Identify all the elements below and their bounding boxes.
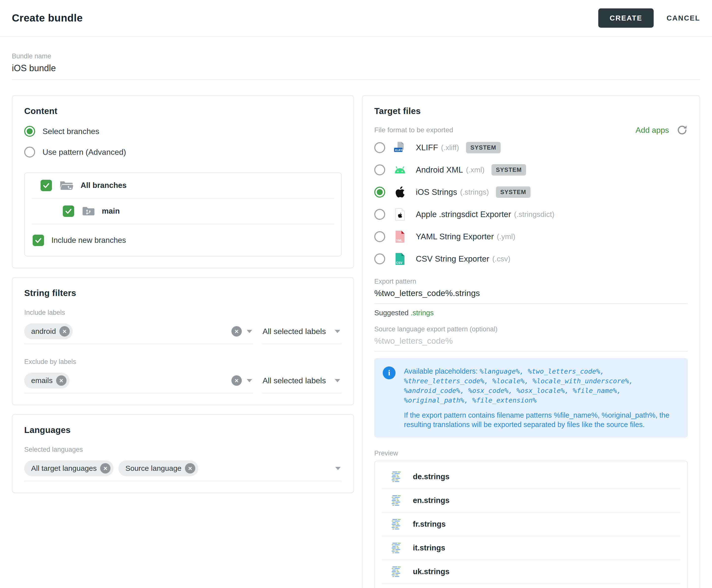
format-ext: (.xml): [466, 166, 484, 174]
check-icon: [34, 236, 43, 245]
bundle-name-field: Bundle name iOS bundle: [12, 37, 700, 80]
format-row-xliff[interactable]: XLIFF XLIFF (.xliff) SYSTEM: [374, 137, 688, 158]
include-chip-text: android: [31, 327, 56, 336]
preview-filename: fr.strings: [413, 520, 446, 529]
system-badge: SYSTEM: [496, 186, 531, 198]
info-icon: [383, 366, 395, 379]
info-note: If the export pattern contains filename …: [404, 411, 678, 429]
checkbox-main-branch[interactable]: [63, 206, 74, 217]
create-button[interactable]: CREATE: [598, 8, 654, 28]
target-files-title: Target files: [374, 106, 688, 116]
radio-unselected-icon[interactable]: [374, 231, 385, 242]
string-filters-card: String filters Include labels android Al…: [12, 277, 354, 405]
export-pattern-input[interactable]: %two_letters_code%.strings: [374, 288, 688, 304]
exclude-label-chip: emails: [24, 373, 69, 388]
languages-card: Languages Selected languages All target …: [12, 414, 354, 493]
include-labels-label: Include labels: [24, 309, 342, 316]
branch-row-main[interactable]: main: [25, 198, 341, 224]
radio-unselected-icon[interactable]: [374, 164, 385, 175]
chevron-down-icon[interactable]: [335, 467, 341, 470]
clear-include-labels-icon[interactable]: [231, 326, 242, 337]
language-chip: All target languages: [24, 460, 113, 476]
radio-use-pattern-label: Use pattern (Advanced): [43, 148, 126, 157]
file-format-label: File format to be exported: [374, 126, 453, 134]
remove-chip-icon[interactable]: [185, 463, 195, 474]
radio-unselected-icon[interactable]: [374, 253, 385, 264]
radio-unselected-icon[interactable]: [374, 209, 385, 220]
clear-exclude-labels-icon[interactable]: [231, 375, 242, 386]
radio-use-pattern[interactable]: Use pattern (Advanced): [24, 147, 342, 158]
preview-box: de.strings en.strings fr.str: [374, 461, 688, 588]
preview-filename: it.strings: [413, 544, 445, 552]
svg-text:CSV: CSV: [396, 261, 403, 265]
top-bar: Create bundle CREATE CANCEL: [0, 0, 712, 37]
bundle-name-label: Bundle name: [12, 52, 700, 60]
placeholders-info-box: Available placeholders: %language%, %two…: [374, 358, 688, 438]
exclude-labels-input[interactable]: emails: [24, 371, 253, 393]
exclude-labels-label: Exclude by labels: [24, 358, 342, 366]
string-filters-title: String filters: [24, 288, 342, 298]
format-name: Apple .stringsdict Exporter: [416, 210, 511, 219]
radio-unselected-icon[interactable]: [374, 142, 385, 153]
remove-chip-icon[interactable]: [59, 326, 70, 337]
include-mode-value: All selected labels: [262, 327, 326, 336]
content-card-title: Content: [24, 106, 342, 116]
include-label-chip: android: [24, 323, 73, 339]
system-badge: SYSTEM: [492, 164, 526, 175]
preview-filename: en.strings: [413, 496, 450, 505]
check-icon: [42, 181, 50, 190]
language-chip-text: All target languages: [31, 464, 97, 472]
selected-languages-label: Selected languages: [24, 446, 342, 454]
stringsdict-file-icon: [394, 208, 406, 221]
csv-file-icon: CSV: [394, 252, 406, 265]
export-pattern-label: Export pattern: [374, 278, 688, 285]
branch-row-all[interactable]: All branches: [25, 173, 341, 198]
chevron-down-icon[interactable]: [247, 330, 252, 333]
cancel-button[interactable]: CANCEL: [667, 14, 700, 22]
checkbox-all-branches[interactable]: [41, 180, 52, 191]
format-row-yaml[interactable]: YML YAML String Exporter (.yml): [374, 226, 688, 247]
radio-selected-icon[interactable]: [374, 187, 385, 197]
android-icon: [393, 165, 406, 174]
chevron-down-icon[interactable]: [247, 379, 252, 382]
format-row-stringsdict[interactable]: Apple .stringsdict Exporter (.stringsdic…: [374, 204, 688, 225]
suggested-row: Suggested .strings: [374, 309, 688, 317]
format-name: YAML String Exporter: [416, 232, 494, 241]
format-ext: (.strings): [460, 188, 489, 196]
radio-select-branches[interactable]: Select branches: [24, 126, 342, 137]
add-apps-link[interactable]: Add apps: [635, 126, 669, 135]
source-pattern-label: Source language export pattern (optional…: [374, 326, 688, 333]
svg-text:YML: YML: [396, 239, 403, 242]
refresh-button[interactable]: [676, 124, 688, 136]
preview-label: Preview: [374, 449, 688, 457]
languages-input[interactable]: All target languages Source language: [24, 458, 342, 481]
remove-chip-icon[interactable]: [56, 375, 66, 386]
preview-file-row: de.strings: [375, 465, 687, 488]
include-labels-input[interactable]: android: [24, 321, 253, 344]
remove-chip-icon[interactable]: [100, 463, 110, 474]
page-title: Create bundle: [12, 12, 83, 24]
checkbox-include-new-branches[interactable]: [33, 235, 44, 246]
radio-unselected-icon[interactable]: [24, 147, 35, 158]
apple-icon: [394, 186, 406, 198]
suggested-label: Suggested: [374, 309, 409, 317]
format-row-ios-strings[interactable]: iOS Strings (.strings) SYSTEM: [374, 182, 688, 203]
format-row-csv[interactable]: CSV CSV String Exporter (.csv): [374, 249, 688, 269]
check-icon: [64, 207, 73, 215]
format-row-android-xml[interactable]: Android XML (.xml) SYSTEM: [374, 160, 688, 180]
exclude-mode-select[interactable]: All selected labels: [262, 371, 342, 393]
refresh-icon: [676, 124, 688, 136]
source-pattern-input[interactable]: %two_letters_code%: [374, 336, 688, 352]
bundle-name-input[interactable]: iOS bundle: [12, 63, 700, 80]
format-ext: (.xliff): [441, 143, 459, 152]
strings-file-icon: [391, 494, 403, 507]
radio-selected-icon[interactable]: [24, 126, 35, 137]
main-branch-label: main: [102, 207, 120, 216]
suggested-extension-link[interactable]: .strings: [411, 309, 434, 317]
language-chip: Source language: [118, 460, 198, 476]
include-mode-select[interactable]: All selected labels: [262, 321, 342, 344]
include-new-branches-row[interactable]: Include new branches: [25, 224, 341, 256]
chevron-down-icon: [335, 379, 340, 382]
folder-open-branch-icon: [59, 180, 73, 191]
strings-file-icon: [391, 542, 403, 554]
